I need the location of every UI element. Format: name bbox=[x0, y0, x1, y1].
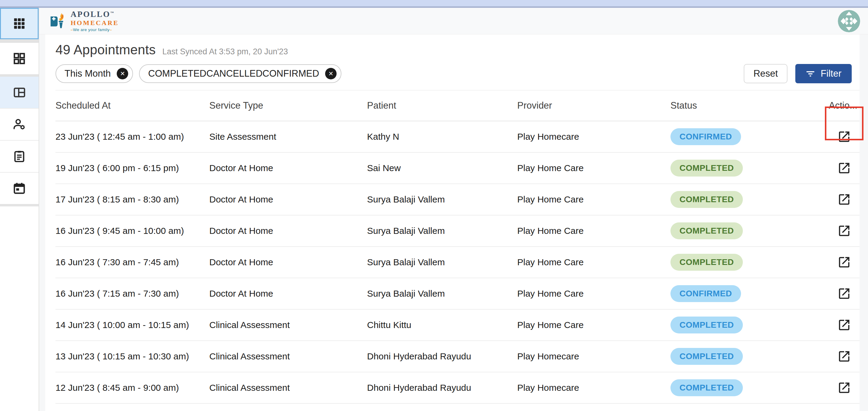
chip-remove-icon[interactable]: ✕ bbox=[117, 68, 128, 79]
status-badge: CONFIRMED bbox=[671, 285, 741, 302]
appointments-table: Scheduled AtService TypePatientProviderS… bbox=[56, 90, 860, 404]
cell-provider: Play Homecare bbox=[517, 351, 671, 361]
cell-actions bbox=[829, 246, 860, 278]
open-in-new-icon bbox=[837, 161, 851, 175]
window-edge-strip bbox=[0, 0, 868, 8]
open-appointment-button[interactable] bbox=[837, 224, 851, 238]
action-icon-wrap bbox=[829, 121, 860, 152]
sidebar-item-manage-users[interactable] bbox=[0, 109, 39, 140]
avatar[interactable] bbox=[838, 10, 860, 32]
action-icon-wrap bbox=[829, 215, 860, 246]
open-in-new-icon bbox=[837, 130, 851, 144]
chip-remove-icon[interactable]: ✕ bbox=[325, 68, 337, 79]
cell-actions bbox=[829, 184, 860, 215]
app-shell: APOLLO™ HOMECARE –We are your family– bbox=[0, 8, 868, 411]
open-in-new-icon bbox=[837, 381, 851, 395]
sidebar-item-appointments[interactable] bbox=[0, 77, 39, 108]
sidebar-divider bbox=[0, 204, 39, 206]
cell-patient: Surya Balaji Vallem bbox=[367, 194, 517, 205]
cell-scheduled-at: 12 Jun'23 ( 8:45 am - 9:00 am) bbox=[56, 383, 209, 393]
sidebar-divider bbox=[0, 39, 39, 43]
avatar-identicon bbox=[838, 10, 860, 32]
cell-status: COMPLETED bbox=[671, 348, 829, 365]
clipboard-icon bbox=[12, 149, 26, 163]
cell-status: COMPLETED bbox=[671, 191, 829, 208]
action-icon-wrap bbox=[829, 341, 860, 372]
logo-brand-sub: HOMECARE bbox=[70, 20, 119, 26]
table-body: 23 Jun'23 ( 12:45 am - 1:00 am)Site Asse… bbox=[56, 121, 860, 404]
filter-button[interactable]: Filter bbox=[795, 64, 852, 83]
cell-provider: Play Home Care bbox=[517, 320, 671, 330]
open-in-new-icon bbox=[837, 193, 851, 206]
open-appointment-button[interactable] bbox=[837, 255, 851, 269]
cell-provider: Play Home Care bbox=[517, 257, 671, 267]
cell-service-type: Doctor At Home bbox=[209, 257, 367, 267]
sidebar-item-apps[interactable] bbox=[0, 8, 39, 39]
page-head: 49 Appointments Last Synced At 3:53 pm, … bbox=[56, 34, 860, 61]
apollo-logo-text: APOLLO™ HOMECARE –We are your family– bbox=[70, 10, 119, 32]
cell-patient: Dhoni Hyderabad Rayudu bbox=[367, 351, 517, 361]
open-appointment-button[interactable] bbox=[837, 318, 851, 332]
cell-patient: Surya Balaji Vallem bbox=[367, 226, 517, 236]
column-header: Service Type bbox=[209, 100, 367, 111]
table-row: 17 Jun'23 ( 8:15 am - 8:30 am)Doctor At … bbox=[56, 184, 860, 215]
reset-button[interactable]: Reset bbox=[744, 64, 787, 83]
cell-actions bbox=[829, 341, 860, 372]
cell-patient: Surya Balaji Vallem bbox=[367, 257, 517, 267]
table-header-row: Scheduled AtService TypePatientProviderS… bbox=[56, 90, 860, 121]
column-header: Patient bbox=[367, 100, 517, 111]
status-badge: COMPLETED bbox=[671, 379, 743, 396]
open-appointment-button[interactable] bbox=[837, 193, 851, 206]
cell-service-type: Doctor At Home bbox=[209, 289, 367, 299]
cell-service-type: Clinical Assessment bbox=[209, 383, 367, 393]
open-appointment-button[interactable] bbox=[837, 349, 851, 363]
cell-patient: Dhoni Hyderabad Rayudu bbox=[367, 383, 517, 393]
table-row: 23 Jun'23 ( 12:45 am - 1:00 am)Site Asse… bbox=[56, 121, 860, 153]
sidebar-item-calendar[interactable] bbox=[0, 173, 39, 204]
table-row: 16 Jun'23 ( 9:45 am - 10:00 am)Doctor At… bbox=[56, 215, 860, 247]
status-badge: COMPLETED bbox=[671, 254, 743, 271]
open-appointment-button[interactable] bbox=[837, 161, 851, 175]
cell-scheduled-at: 13 Jun'23 ( 10:15 am - 10:30 am) bbox=[56, 351, 209, 361]
status-badge: CONFIRMED bbox=[671, 128, 741, 145]
open-appointment-button[interactable] bbox=[837, 381, 851, 395]
cell-scheduled-at: 23 Jun'23 ( 12:45 am - 1:00 am) bbox=[56, 131, 209, 142]
logo-tagline: –We are your family– bbox=[70, 28, 119, 32]
calendar-icon bbox=[12, 181, 26, 195]
sidebar bbox=[0, 8, 39, 411]
action-icon-wrap bbox=[829, 184, 860, 215]
open-in-new-icon bbox=[837, 255, 851, 269]
cell-scheduled-at: 14 Jun'23 ( 10:00 am - 10:15 am) bbox=[56, 320, 209, 330]
logo-brand-name: APOLLO™ bbox=[70, 10, 119, 19]
sidebar-item-tasks[interactable] bbox=[0, 141, 39, 172]
action-icon-wrap bbox=[829, 152, 860, 184]
cell-service-type: Doctor At Home bbox=[209, 163, 367, 173]
filter-chip-label: This Month bbox=[65, 68, 111, 79]
cell-provider: Play Homecare bbox=[517, 131, 671, 142]
table-row: 13 Jun'23 ( 10:15 am - 10:30 am)Clinical… bbox=[56, 341, 860, 372]
cell-status: COMPLETED bbox=[671, 223, 829, 239]
filter-chip: This Month✕ bbox=[56, 64, 133, 83]
apollo-logo-mark bbox=[48, 12, 67, 30]
open-appointment-button[interactable] bbox=[837, 130, 851, 144]
cell-patient: Surya Balaji Vallem bbox=[367, 289, 517, 299]
sidebar-item-dashboard[interactable] bbox=[0, 43, 39, 74]
action-icon-wrap bbox=[829, 372, 860, 404]
status-badge: COMPLETED bbox=[671, 223, 743, 239]
filter-chip: COMPLETEDCANCELLEDCONFIRMED✕ bbox=[139, 64, 341, 83]
cell-scheduled-at: 17 Jun'23 ( 8:15 am - 8:30 am) bbox=[56, 194, 209, 205]
cell-actions bbox=[829, 121, 860, 152]
open-in-new-icon bbox=[837, 349, 851, 363]
column-header: Status bbox=[671, 100, 829, 111]
filter-chips: This Month✕COMPLETEDCANCELLEDCONFIRMED✕ bbox=[56, 64, 341, 83]
column-header: Scheduled At bbox=[56, 100, 209, 111]
cell-service-type: Doctor At Home bbox=[209, 194, 367, 205]
cell-status: COMPLETED bbox=[671, 379, 829, 396]
manage-accounts-icon bbox=[12, 117, 26, 131]
cell-status: COMPLETED bbox=[671, 254, 829, 271]
open-appointment-button[interactable] bbox=[837, 287, 851, 300]
status-badge: COMPLETED bbox=[671, 317, 743, 333]
topbar: APOLLO™ HOMECARE –We are your family– bbox=[39, 8, 868, 34]
cell-scheduled-at: 16 Jun'23 ( 9:45 am - 10:00 am) bbox=[56, 226, 209, 236]
cell-provider: Play Home Care bbox=[517, 289, 671, 299]
